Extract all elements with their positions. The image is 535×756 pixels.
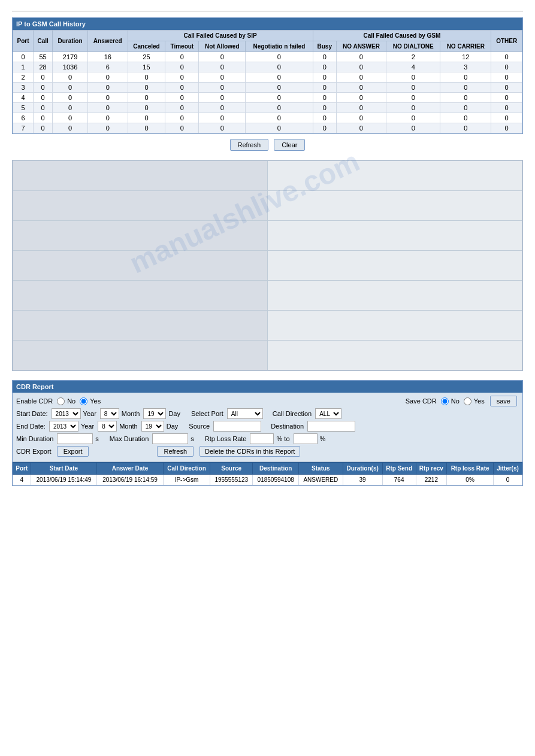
- save-cdr-no-radio[interactable]: [441, 397, 449, 405]
- cell-busy: 0: [313, 113, 336, 123]
- middle-cell: [13, 311, 268, 341]
- enable-cdr-no-label: No: [67, 397, 75, 405]
- cell-negotiation_failed: 0: [246, 52, 313, 62]
- middle-cell: [13, 161, 268, 191]
- pct-to-label: % to: [276, 435, 289, 442]
- cell-no_carrier: 12: [440, 52, 491, 62]
- col-no-carrier: NO CARRIER: [440, 41, 491, 52]
- cell-negotiation_failed: 0: [246, 72, 313, 83]
- cdr-col-start-date: Start Date: [31, 463, 97, 475]
- cell-negotiation_failed: 0: [246, 123, 313, 133]
- end-day-select[interactable]: 19: [141, 421, 164, 432]
- s-label-1: s: [95, 435, 99, 442]
- cell-answered: 0: [87, 113, 128, 123]
- table-row: 2000000000000: [13, 72, 522, 83]
- save-button[interactable]: save: [490, 396, 517, 406]
- cell-no_carrier: 0: [440, 72, 491, 83]
- cdr-cell-answer_date: 2013/06/19 16:14:59: [97, 475, 164, 485]
- cdr-cell-call_direction: IP->Gsm: [163, 475, 210, 485]
- cdr-col-answer-date: Answer Date: [97, 463, 164, 475]
- cell-call: 28: [34, 62, 53, 72]
- top-separator: [12, 11, 523, 11]
- col-no-dialtone: NO DIALTONE: [386, 41, 440, 52]
- cell-canceled: 25: [128, 52, 165, 62]
- year-label-1: Year: [83, 410, 96, 417]
- clear-button[interactable]: Clear: [274, 139, 305, 151]
- select-port-select[interactable]: All: [227, 408, 263, 419]
- table-row: 05521791625000002120: [13, 52, 522, 62]
- max-duration-input[interactable]: [152, 433, 188, 444]
- rtp-loss-pct2-input[interactable]: [294, 433, 318, 444]
- enable-cdr-no-radio[interactable]: [57, 397, 65, 405]
- rtp-loss-pct1-input[interactable]: [250, 433, 274, 444]
- table-row: 42013/06/19 15:14:492013/06/19 16:14:59I…: [13, 475, 522, 485]
- col-not-allowed: Not Allowed: [199, 41, 246, 52]
- table-row: [13, 251, 522, 281]
- table-row: [13, 191, 522, 221]
- end-date-label: End Date:: [16, 423, 46, 430]
- cell-no_dialtone: 4: [386, 62, 440, 72]
- form-row-4: Min Duration s Max Duration s Rtp Loss R…: [16, 433, 519, 444]
- enable-cdr-yes-radio[interactable]: [80, 397, 87, 405]
- cell-port: 3: [13, 83, 34, 93]
- start-year-select[interactable]: 2013: [52, 408, 81, 419]
- cdr-container: CDR Report Enable CDR No Yes Save CDR No: [12, 380, 523, 486]
- save-cdr-label: Save CDR: [406, 397, 437, 405]
- month-label-1: Month: [122, 410, 140, 417]
- table-row: [13, 221, 522, 251]
- cell-no_answer: 0: [336, 93, 386, 103]
- cell-canceled: 15: [128, 62, 165, 72]
- col-no-answer: NO ANSWER: [336, 41, 386, 52]
- cell-timeout: 0: [165, 72, 199, 83]
- call-direction-select[interactable]: ALL: [315, 408, 341, 419]
- col-timeout: Timeout: [165, 41, 199, 52]
- cell-busy: 0: [313, 123, 336, 133]
- cell-answered: 0: [87, 83, 128, 93]
- col-sip-group: Call Failed Caused by SIP: [128, 31, 313, 41]
- refresh-button[interactable]: Refresh: [230, 139, 269, 151]
- cell-answered: 0: [87, 123, 128, 133]
- form-row-1: Enable CDR No Yes Save CDR No Yes: [16, 396, 519, 406]
- cell-answered: 0: [87, 103, 128, 113]
- save-cdr-yes-radio[interactable]: [464, 397, 471, 405]
- cell-duration: 0: [53, 123, 88, 133]
- delete-cdrs-button[interactable]: Delete the CDRs in this Report: [200, 446, 300, 457]
- col-port: Port: [13, 31, 34, 52]
- day-label-2: Day: [167, 423, 179, 430]
- start-day-select[interactable]: 19: [143, 408, 166, 419]
- destination-input[interactable]: [307, 421, 355, 432]
- cell-other: 0: [491, 83, 522, 93]
- cell-no_carrier: 0: [440, 93, 491, 103]
- cell-no_dialtone: 2: [386, 52, 440, 62]
- cell-busy: 0: [313, 103, 336, 113]
- cdr-refresh-button[interactable]: Refresh: [157, 446, 194, 457]
- table-row: 128103661500000430: [13, 62, 522, 72]
- start-month-select[interactable]: 8: [100, 408, 119, 419]
- cell-not_allowed: 0: [199, 103, 246, 113]
- middle-cell: [268, 221, 522, 251]
- cell-timeout: 0: [165, 52, 199, 62]
- col-other: OTHER: [491, 31, 522, 52]
- s-label-2: s: [191, 435, 194, 442]
- cdr-col-source: Source: [210, 463, 253, 475]
- cell-timeout: 0: [165, 83, 199, 93]
- cell-other: 0: [491, 52, 522, 62]
- cdr-col-rtp-send: Rtp Send: [382, 463, 416, 475]
- min-duration-input[interactable]: [57, 433, 93, 444]
- end-month-select[interactable]: 8: [98, 421, 117, 432]
- export-button[interactable]: Export: [57, 446, 89, 457]
- cdr-table: Port Start Date Answer Date Call Directi…: [13, 462, 522, 485]
- rtp-loss-rate-label: Rtp Loss Rate: [205, 435, 247, 442]
- col-negotiation-failed: Negotiatio n failed: [246, 41, 313, 52]
- end-year-select[interactable]: 2013: [49, 421, 78, 432]
- source-input[interactable]: [213, 421, 261, 432]
- cdr-cell-rtp_send: 764: [382, 475, 416, 485]
- cell-duration: 2179: [53, 52, 88, 62]
- cell-other: 0: [491, 93, 522, 103]
- cell-other: 0: [491, 103, 522, 113]
- cell-busy: 0: [313, 52, 336, 62]
- cdr-col-duration: Duration(s): [343, 463, 382, 475]
- cdr-cell-rtp_loss_rate: 0%: [447, 475, 494, 485]
- select-port-label: Select Port: [191, 410, 223, 417]
- start-date-label: Start Date:: [16, 410, 48, 417]
